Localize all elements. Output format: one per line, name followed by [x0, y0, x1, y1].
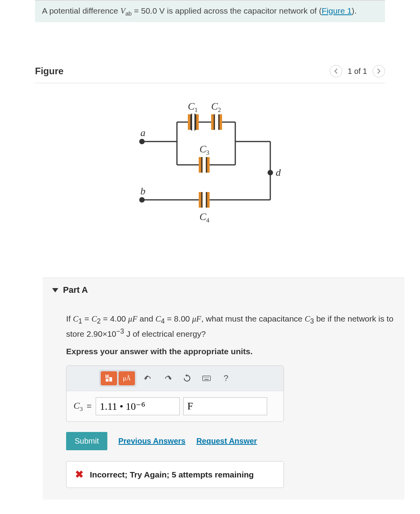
template-button[interactable]: [101, 371, 117, 385]
keyboard-button[interactable]: [199, 371, 214, 385]
svg-rect-38: [106, 379, 108, 381]
figure-header: Figure 1 of 1: [35, 65, 385, 83]
label-c3: C3: [200, 143, 209, 156]
svg-rect-45: [205, 379, 209, 380]
label-c2: C2: [211, 101, 221, 113]
svg-point-35: [268, 170, 273, 175]
undo-icon: [144, 374, 152, 383]
figure-title: Figure: [35, 66, 63, 77]
label-c4: C4: [200, 211, 209, 224]
figure-nav: 1 of 1: [330, 65, 385, 77]
submit-button[interactable]: Submit: [66, 432, 107, 450]
actions-row: Submit Previous Answers Request Answer: [66, 432, 395, 450]
incorrect-icon: ✖: [75, 469, 84, 481]
instruction-text: Express your answer with the appropriate…: [66, 347, 395, 356]
reset-button[interactable]: [179, 371, 195, 385]
problem-middle: = 50.0 V is applied across the capacitor…: [132, 6, 322, 15]
svg-rect-43: [206, 377, 207, 378]
figure-body: a b d C1 C2 C3 C4: [35, 83, 385, 258]
redo-icon: [163, 374, 172, 383]
answer-unit-input[interactable]: [183, 397, 267, 415]
answer-value-input[interactable]: [96, 397, 180, 415]
problem-prefix: A potential difference: [42, 6, 121, 15]
answer-toolbar: μÅ ?: [66, 366, 284, 391]
svg-rect-44: [208, 377, 209, 378]
label-d: d: [276, 167, 281, 178]
chevron-left-icon: [334, 68, 338, 74]
figure-link[interactable]: Figure 1: [322, 6, 352, 15]
collapse-triangle-icon: [52, 288, 58, 292]
answer-row: C3 =: [66, 391, 284, 421]
part-a-body: If C1 = C2 = 4.00 μF and C4 = 8.00 μF, w…: [43, 302, 404, 500]
part-a-header[interactable]: Part A: [43, 278, 404, 302]
part-a-panel: Part A If C1 = C2 = 4.00 μF and C4 = 8.0…: [43, 278, 404, 500]
answer-box: μÅ ?: [66, 365, 284, 422]
help-button[interactable]: ?: [218, 371, 234, 385]
svg-point-34: [139, 197, 145, 203]
reset-icon: [183, 374, 191, 383]
problem-var: V: [121, 6, 126, 16]
figure-next-button[interactable]: [373, 65, 385, 77]
problem-statement: A potential difference Vab = 50.0 V is a…: [35, 0, 385, 22]
toolbar-format-group: μÅ: [99, 370, 136, 387]
svg-point-33: [139, 139, 145, 144]
circuit-diagram: a b d C1 C2 C3 C4: [126, 99, 294, 239]
svg-rect-40: [203, 376, 210, 381]
svg-rect-41: [204, 377, 205, 378]
request-answer-link[interactable]: Request Answer: [196, 437, 257, 446]
problem-suffix: ).: [352, 6, 357, 15]
part-a-title: Part A: [63, 285, 88, 295]
question-text: If C1 = C2 = 4.00 μF and C4 = 8.00 μF, w…: [66, 313, 395, 340]
svg-rect-39: [109, 377, 112, 381]
figure-counter: 1 of 1: [348, 67, 367, 76]
redo-button[interactable]: [160, 371, 175, 385]
problem-var-sub: ab: [125, 10, 131, 17]
equals-sign: =: [87, 401, 92, 411]
feedback-text: Incorrect; Try Again; 5 attempts remaini…: [90, 470, 254, 479]
previous-answers-link[interactable]: Previous Answers: [118, 437, 186, 446]
svg-rect-37: [107, 376, 108, 378]
label-c1: C1: [188, 101, 198, 113]
label-b: b: [140, 185, 145, 197]
figure-section: Figure 1 of 1: [35, 65, 385, 258]
figure-prev-button[interactable]: [330, 65, 342, 77]
answer-variable: C3: [74, 400, 83, 413]
fraction-template-icon: [105, 374, 113, 383]
chevron-right-icon: [377, 68, 381, 74]
label-a: a: [140, 127, 145, 138]
svg-rect-42: [205, 377, 206, 378]
feedback-box: ✖ Incorrect; Try Again; 5 attempts remai…: [66, 461, 284, 488]
undo-button[interactable]: [140, 371, 156, 385]
units-button[interactable]: μÅ: [119, 371, 135, 385]
keyboard-icon: [202, 374, 211, 383]
